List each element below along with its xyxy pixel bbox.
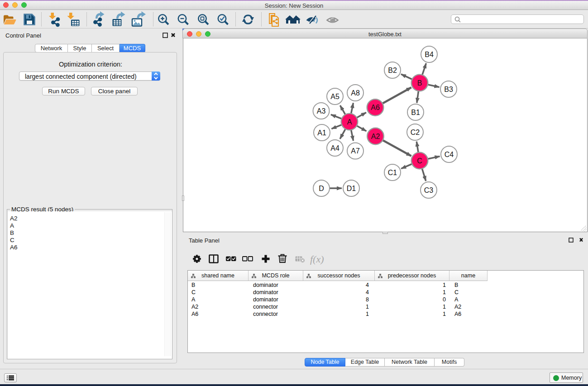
svg-text:A: A bbox=[347, 118, 352, 126]
svg-text:C2: C2 bbox=[411, 129, 420, 136]
svg-text:D: D bbox=[319, 185, 324, 192]
svg-text:A8: A8 bbox=[351, 89, 360, 97]
svg-text:D1: D1 bbox=[347, 185, 356, 192]
svg-text:B1: B1 bbox=[411, 109, 420, 116]
svg-text:B4: B4 bbox=[425, 51, 434, 58]
svg-text:A1: A1 bbox=[317, 129, 326, 137]
svg-text:A2: A2 bbox=[371, 133, 380, 140]
svg-text:B3: B3 bbox=[444, 86, 453, 93]
svg-text:A6: A6 bbox=[371, 104, 380, 111]
svg-text:C3: C3 bbox=[424, 186, 434, 194]
svg-text:A4: A4 bbox=[330, 144, 339, 152]
svg-text:A5: A5 bbox=[330, 93, 339, 100]
svg-text:C4: C4 bbox=[445, 151, 454, 158]
svg-text:C1: C1 bbox=[388, 169, 397, 176]
svg-text:B2: B2 bbox=[388, 67, 397, 74]
svg-text:C: C bbox=[417, 157, 422, 165]
svg-text:B: B bbox=[417, 79, 422, 87]
svg-text:A7: A7 bbox=[351, 147, 360, 155]
svg-text:A3: A3 bbox=[317, 107, 326, 115]
svg-text:f(x): f(x) bbox=[310, 253, 324, 265]
